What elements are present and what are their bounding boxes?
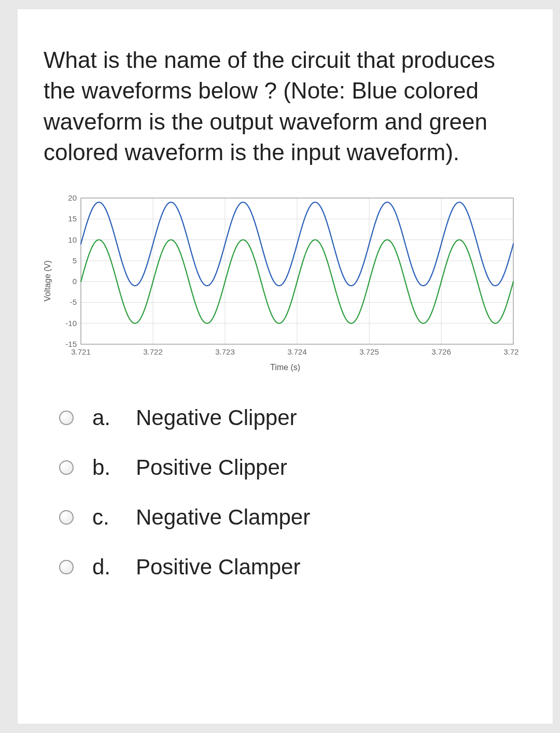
svg-text:0: 0 [73,277,77,286]
radio-button[interactable] [59,411,74,425]
svg-text:3.726: 3.726 [431,347,451,356]
option-letter: c. [92,505,117,530]
x-axis-label: Time (s) [52,363,519,372]
option-text: Negative Clamper [136,505,310,530]
svg-text:5: 5 [73,256,77,264]
option-letter: b. [92,455,117,480]
chart-svg: -15-10-5051015203.7213.7223.7233.7243.72… [52,193,519,369]
option-d[interactable]: d.Positive Clamper [59,555,527,580]
y-axis-label: Voltage (V) [43,260,52,301]
radio-button[interactable] [59,510,74,525]
svg-text:3.722: 3.722 [143,347,163,356]
option-c[interactable]: c.Negative Clamper [59,505,527,530]
question-text: What is the name of the circuit that pro… [44,45,527,168]
svg-text:20: 20 [68,193,77,202]
svg-text:3.723: 3.723 [215,347,235,356]
svg-text:3.727: 3.727 [503,347,519,356]
option-letter: a. [92,405,117,430]
svg-text:3.725: 3.725 [359,347,379,356]
answer-options: a.Negative Clipperb.Positive Clipperc.Ne… [44,405,527,580]
option-text: Positive Clipper [136,455,287,480]
option-text: Positive Clamper [136,555,300,580]
svg-text:10: 10 [68,235,77,244]
option-a[interactable]: a.Negative Clipper [59,405,527,430]
svg-text:3.724: 3.724 [287,347,307,356]
option-text: Negative Clipper [136,405,297,430]
svg-text:15: 15 [68,214,77,223]
svg-text:3.721: 3.721 [71,347,91,356]
option-b[interactable]: b.Positive Clipper [59,455,527,480]
svg-text:-10: -10 [65,318,77,327]
question-card: What is the name of the circuit that pro… [18,9,553,724]
waveform-chart: Voltage (V) -15-10-5051015203.7213.7223.… [52,193,519,369]
radio-button[interactable] [59,460,74,475]
option-letter: d. [92,555,117,580]
radio-button[interactable] [59,560,74,574]
svg-text:-5: -5 [70,298,77,306]
